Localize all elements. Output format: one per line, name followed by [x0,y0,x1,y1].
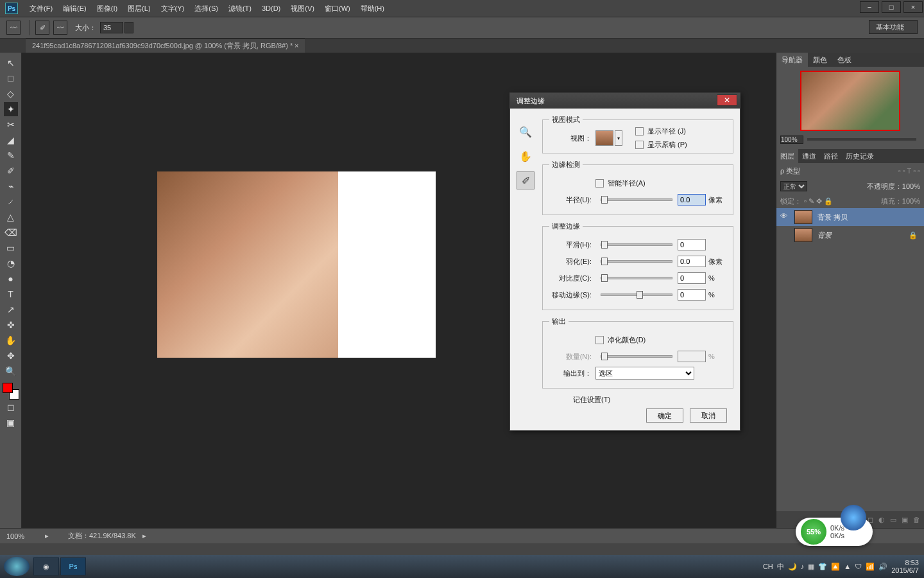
blur-tool[interactable]: ▭ [4,241,18,255]
tray-icon[interactable]: 🛡 [855,563,862,570]
radius-slider[interactable] [601,198,672,201]
brush-edge-icon[interactable]: 〰 [53,21,67,35]
group-icon[interactable]: ▭ [890,516,896,524]
tray-icon[interactable]: 👕 [818,563,827,571]
dialog-title-bar[interactable]: 调整边缘 ✕ [510,93,740,109]
type-tool[interactable]: T [4,287,18,301]
window-minimize-button[interactable]: − [860,1,879,13]
crop-tool[interactable]: ✂ [4,118,18,132]
smooth-input[interactable] [678,239,706,250]
layer-thumbnail[interactable] [794,210,812,224]
menu-3d[interactable]: 3D(D) [257,3,286,14]
eyedropper-tool[interactable]: ◢ [4,133,18,147]
tab-channels[interactable]: 通道 [798,149,820,164]
brush-size-dropdown[interactable] [124,22,133,33]
navigator-zoom-slider[interactable] [807,138,916,141]
rotate-tool[interactable]: ✥ [4,349,18,363]
new-layer-icon[interactable]: ▣ [902,516,908,524]
shift-slider[interactable] [601,293,672,296]
contrast-slider[interactable] [601,277,672,279]
navigator-thumbnail[interactable] [800,71,900,131]
status-zoom[interactable]: 100% [6,532,45,540]
menu-view[interactable]: 视图(V) [286,2,320,15]
layer-row[interactable]: 👁 背景 拷贝 [776,208,924,226]
current-tool-icon[interactable]: 〰 [6,21,21,35]
tray-icon[interactable]: 🌙 [788,563,797,571]
tab-color[interactable]: 颜色 [808,53,832,67]
show-radius-checkbox[interactable] [635,127,644,136]
radius-input[interactable] [678,194,706,206]
layer-thumbnail[interactable] [794,228,812,242]
tab-layers[interactable]: 图层 [776,149,798,164]
adjustment-icon[interactable]: ◐ [878,516,885,524]
hand-tool[interactable]: ✋ [4,333,18,347]
menu-image[interactable]: 图像(I) [92,2,123,15]
tray-icon[interactable]: 📶 [866,563,875,571]
tray-icon[interactable]: 🔼 [831,563,840,571]
healing-tool[interactable]: ✎ [4,148,18,162]
fill-value[interactable]: 100% [902,197,920,205]
start-button[interactable] [4,557,30,576]
document-tab[interactable]: 241f95cad1c8a786712081af6309c93d70cf500d… [26,39,305,53]
ok-button[interactable]: 确定 [646,408,683,423]
dialog-refine-brush-tool[interactable]: ✐ [517,171,535,189]
eraser-tool[interactable]: △ [4,210,18,224]
navigator-zoom-input[interactable] [780,136,803,144]
marquee-tool[interactable]: □ [4,71,18,85]
gradient-tool[interactable]: ⌫ [4,225,18,240]
smart-radius-checkbox[interactable] [595,179,604,188]
tab-history[interactable]: 历史记录 [842,149,878,164]
task-icon[interactable]: ◉ [33,557,59,575]
network-widget[interactable]: 55% 0K/s0K/s [796,518,873,546]
decontaminate-checkbox[interactable] [595,336,604,344]
dialog-hand-tool[interactable]: ✋ [517,147,535,165]
status-arrow-icon[interactable]: ▸ [142,532,146,540]
cancel-button[interactable]: 取消 [690,408,727,423]
stamp-tool[interactable]: ⌁ [4,179,18,193]
shift-input[interactable] [678,289,706,301]
tab-navigator[interactable]: 导航器 [776,53,808,67]
feather-input[interactable] [678,256,706,267]
visibility-icon[interactable] [780,230,791,240]
brush-size-input[interactable] [100,22,123,33]
menu-filter[interactable]: 滤镜(T) [223,2,257,15]
tray-icon[interactable]: ▦ [808,563,814,571]
menu-help[interactable]: 帮助(H) [355,2,389,15]
menu-edit[interactable]: 编辑(E) [58,2,92,15]
workspace-switcher[interactable]: 基本功能 [869,20,918,34]
menu-window[interactable]: 窗口(W) [320,2,355,15]
visibility-icon[interactable]: 👁 [780,212,791,222]
smooth-slider[interactable] [601,243,672,246]
history-brush-tool[interactable]: ⟋ [4,195,18,209]
menu-file[interactable]: 文件(F) [24,2,58,15]
opacity-value[interactable]: 100% [902,182,920,190]
show-original-checkbox[interactable] [635,141,644,149]
view-dropdown[interactable]: ▾ [615,130,622,146]
pen-tool[interactable]: ● [4,272,18,286]
contrast-input[interactable] [678,272,706,284]
window-close-button[interactable]: × [903,1,923,13]
tab-paths[interactable]: 路径 [820,149,842,164]
layer-name[interactable]: 背景 [817,231,832,240]
menu-type[interactable]: 文字(Y) [156,2,190,15]
tab-swatches[interactable]: 色板 [832,53,857,67]
tray-icon[interactable]: ▲ [844,563,851,570]
window-maximize-button[interactable]: □ [882,1,901,13]
clock[interactable]: 8:532015/6/7 [891,559,919,574]
layer-name[interactable]: 背景 拷贝 [817,213,848,222]
lasso-tool[interactable]: ◇ [4,87,18,101]
layer-row[interactable]: 背景 🔒 [776,226,924,244]
view-swatch[interactable] [595,130,613,146]
tray-icon[interactable]: 🔊 [878,563,887,571]
move-tool[interactable]: ↖ [4,56,18,70]
output-select[interactable]: 选区 [595,367,694,380]
dialog-zoom-tool[interactable]: 🔍 [517,123,535,141]
dodge-tool[interactable]: ◔ [4,256,18,270]
status-arrow-icon[interactable]: ▸ [45,532,49,540]
tray-icon[interactable]: 中 [777,562,784,572]
feather-slider[interactable] [601,260,672,263]
brush-preset-icon[interactable]: ✐ [35,21,49,35]
color-swatches[interactable] [3,383,19,399]
tab-close-icon[interactable]: × [295,42,298,49]
quick-select-tool[interactable]: ✦ [4,102,18,116]
